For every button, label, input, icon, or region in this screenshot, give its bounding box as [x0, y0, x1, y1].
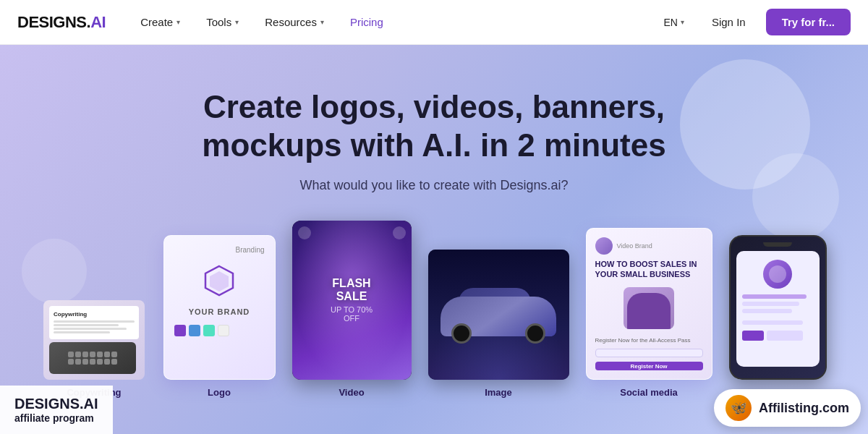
nav-pricing[interactable]: Pricing: [339, 10, 395, 34]
products-row: Copywriting Copywriting Branding: [36, 221, 832, 398]
flash-sale-text: FLASH SALE: [322, 277, 382, 302]
affilisting-badge[interactable]: 🦋 Affilisting.com: [714, 389, 861, 427]
nav-right: EN ▾ Sign In Try for fr...: [656, 9, 851, 35]
phone-screen: [736, 251, 820, 367]
nav-resources[interactable]: Resources ▾: [253, 10, 336, 34]
product-card-mockup[interactable]: Mockup: [727, 235, 828, 398]
video-overlay: FLASH SALE UP TO 70% OFF: [322, 277, 382, 323]
product-card-logo[interactable]: Branding YOUR BRAND Logo: [161, 235, 277, 398]
logo[interactable]: DESIGNS.AI: [17, 13, 106, 32]
image-card: [428, 250, 569, 380]
svg-marker-1: [210, 271, 229, 292]
hero-section: Create logos, videos, banners, mockups w…: [0, 45, 868, 434]
affiliate-subtitle: affiliate program: [14, 412, 98, 424]
phone-play-btn: [742, 331, 764, 341]
product-card-copywriting[interactable]: Copywriting Copywriting: [40, 300, 148, 398]
social-input-field: [595, 349, 703, 357]
social-brand: Video Brand: [617, 242, 652, 250]
phone-bar-1: [742, 294, 807, 299]
video-label: Video: [339, 387, 364, 398]
nav-links: Create ▾ Tools ▾ Resources ▾ Pricing: [129, 10, 656, 34]
mockup-image: [729, 235, 827, 380]
video-icon-2: [393, 226, 406, 239]
affiliate-badge: DESIGNS.AI affiliate program: [0, 386, 113, 434]
car-wheel-right: [525, 323, 545, 344]
video-image: FLASH SALE UP TO 70% OFF: [292, 221, 412, 380]
product-card-image[interactable]: Image: [426, 250, 571, 398]
social-person: [624, 287, 674, 329]
social-cta-button[interactable]: Register Now: [595, 362, 703, 370]
product-card-social[interactable]: Video Brand HOW TO BOOST SALES IN YOUR S…: [584, 228, 714, 398]
video-icon: [298, 226, 311, 239]
nav-create[interactable]: Create ▾: [129, 10, 192, 34]
social-title: HOW TO BOOST SALES IN YOUR SMALL BUSINES…: [595, 259, 703, 280]
signin-button[interactable]: Sign In: [700, 10, 757, 34]
affilisting-name: Affilisting.com: [759, 401, 849, 416]
chevron-down-icon: ▾: [235, 18, 239, 26]
copywriting-image: Copywriting: [43, 300, 145, 380]
brand-name-label: YOUR BRAND: [174, 307, 265, 316]
chevron-down-icon: ▾: [320, 18, 324, 26]
logo-hex-icon: [201, 263, 237, 299]
logo-label: Logo: [208, 387, 231, 398]
phone-circle-inner: [769, 265, 786, 283]
phone-bar-5: [767, 331, 803, 341]
hero-content: Create logos, videos, banners, mockups w…: [137, 88, 731, 193]
try-free-button[interactable]: Try for fr...: [766, 9, 851, 35]
logo-image: Branding YOUR BRAND: [163, 235, 276, 380]
phone-bar-4: [742, 320, 803, 325]
product-card-video[interactable]: FLASH SALE UP TO 70% OFF Video: [290, 221, 413, 398]
phone-notch: [763, 242, 792, 247]
phone-bar-3: [742, 309, 792, 313]
affiliate-title: DESIGNS.AI: [14, 396, 98, 412]
nav-tools[interactable]: Tools ▾: [195, 10, 250, 34]
person-body: [627, 293, 671, 329]
chevron-down-icon: ▾: [176, 18, 180, 26]
affilisting-icon: 🦋: [726, 395, 752, 421]
social-avatar: [595, 237, 613, 255]
image-label: Image: [485, 387, 512, 398]
social-subtitle: Register Now for the All-Access Pass: [595, 336, 703, 344]
car-silhouette: [437, 286, 560, 344]
logo-text: DESIGNS.AI: [17, 13, 106, 32]
navbar: DESIGNS.AI Create ▾ Tools ▾ Resources ▾ …: [0, 0, 868, 45]
phone-bar-2: [742, 302, 799, 306]
social-header: Video Brand: [595, 237, 703, 255]
video-top-bar: [292, 226, 412, 239]
phone-circle: [763, 260, 792, 289]
car-wheel-left: [451, 323, 472, 344]
chevron-down-icon: ▾: [681, 18, 684, 26]
hero-subtitle: What would you like to create with Desig…: [137, 178, 731, 193]
social-label: Social media: [620, 387, 677, 398]
sale-percentage: UP TO 70% OFF: [322, 306, 382, 323]
color-swatches: [174, 325, 265, 336]
language-selector[interactable]: EN ▾: [656, 12, 691, 33]
hero-title: Create logos, videos, banners, mockups w…: [137, 88, 731, 165]
social-image: Video Brand HOW TO BOOST SALES IN YOUR S…: [586, 228, 712, 380]
